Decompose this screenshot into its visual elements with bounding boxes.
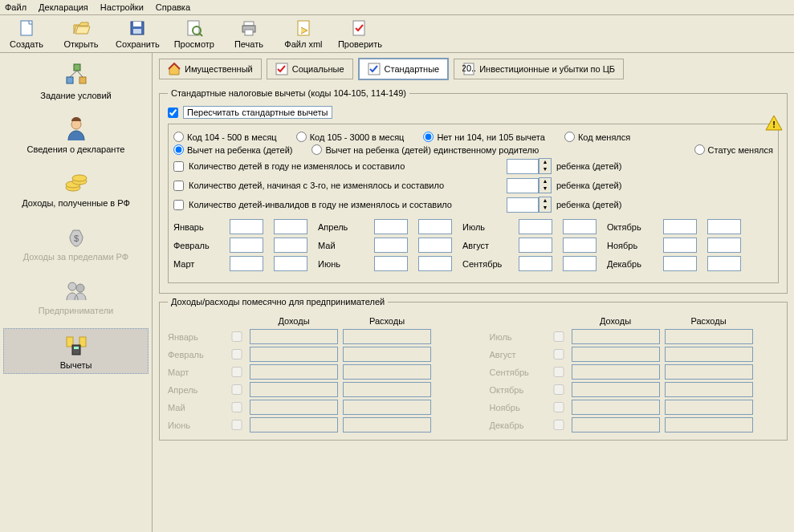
create-button[interactable]: Создать: [6, 18, 47, 49]
menu-help[interactable]: Справка: [156, 2, 190, 12]
ie-dec-chk: [551, 420, 567, 430]
print-button[interactable]: Печать: [229, 18, 269, 49]
menu-declaration[interactable]: Декларация: [39, 2, 88, 12]
jul-1[interactable]: [519, 219, 552, 234]
ie-nov-chk: [551, 402, 567, 412]
radio-single-parent[interactable]: Вычет на ребенка (детей) единственному р…: [311, 144, 539, 155]
ie-nov-inc: [572, 400, 660, 415]
may-1[interactable]: [374, 238, 408, 253]
ie-jan-inc: [250, 329, 338, 344]
apr-1[interactable]: [374, 219, 408, 234]
ie-nov-exp: [665, 400, 753, 415]
ie-mar-exp: [343, 364, 431, 380]
ie-oct-inc: [572, 382, 660, 397]
radio-code105[interactable]: Код 105 - 3000 в месяц: [296, 132, 405, 142]
dec-1[interactable]: [663, 256, 697, 271]
children-count-2-checkbox[interactable]: [173, 181, 184, 191]
ie-aug-chk: [551, 349, 567, 359]
tab-social[interactable]: Социальные: [267, 59, 353, 79]
document-small-icon: 20..: [462, 63, 475, 75]
feb-2[interactable]: [274, 238, 307, 253]
ie-apr-inc: [250, 382, 338, 397]
sidebar-item-income-abroad[interactable]: $ Доходы за пределами РФ: [3, 221, 149, 265]
ie-feb-chk: [229, 349, 245, 359]
menu-file[interactable]: Файл: [5, 2, 26, 12]
nov-2[interactable]: [707, 238, 741, 253]
spinner-1[interactable]: ▲▼: [539, 158, 552, 174]
ie-sep-chk: [551, 367, 567, 377]
children-count-2-input[interactable]: [507, 178, 539, 193]
standard-deductions-fieldset: Стандартные налоговые вычеты (коды 104-1…: [159, 88, 788, 294]
sidebar-item-deductions[interactable]: Вычеты: [3, 328, 149, 374]
svg-line-6: [199, 33, 202, 36]
tab-standard[interactable]: Стандартные: [358, 58, 450, 80]
ie-feb-inc: [250, 347, 338, 362]
svg-text:!: !: [772, 120, 776, 129]
children-count-1-checkbox[interactable]: [173, 161, 184, 172]
calculator-icon: [63, 332, 89, 358]
sep-1[interactable]: [519, 256, 552, 271]
content-area: Имущественный Социальные Стандартные 20.…: [153, 53, 794, 532]
menu-settings[interactable]: Настройки: [100, 2, 144, 12]
fs1-legend: Стандартные налоговые вычеты (коды 104-1…: [168, 88, 409, 98]
save-button[interactable]: Сохранить: [116, 18, 160, 49]
svg-point-24: [76, 284, 84, 292]
aug-1[interactable]: [519, 238, 552, 253]
svg-rect-11: [353, 21, 364, 35]
tab-property[interactable]: Имущественный: [159, 59, 262, 79]
aug-2[interactable]: [563, 238, 597, 253]
svg-line-16: [77, 71, 83, 77]
svg-rect-28: [74, 347, 79, 349]
oct-2[interactable]: [707, 219, 741, 234]
spinner-3[interactable]: ▲▼: [539, 197, 552, 213]
svg-rect-13: [67, 77, 73, 83]
svg-rect-9: [245, 30, 253, 35]
ie-apr-chk: [229, 384, 245, 395]
ie-may-chk: [229, 402, 245, 412]
sidebar-item-income-rf[interactable]: Доходы, полученные в РФ: [3, 167, 149, 211]
ie-sep-inc: [572, 364, 660, 380]
money-bag-icon: $: [63, 224, 89, 250]
mar-1[interactable]: [230, 256, 263, 271]
apr-2[interactable]: [418, 219, 452, 234]
feb-1[interactable]: [230, 238, 263, 253]
recalc-checkbox-row[interactable]: Пересчитать стандартные вычеты: [168, 106, 779, 119]
dec-2[interactable]: [707, 256, 741, 271]
children-count-3-checkbox[interactable]: [173, 200, 184, 210]
open-button[interactable]: Открыть: [61, 18, 101, 49]
children-count-3-input[interactable]: [507, 197, 539, 213]
recalc-checkbox[interactable]: [168, 108, 178, 118]
nov-1[interactable]: [663, 238, 697, 253]
printer-icon: [239, 18, 259, 38]
xml-button[interactable]: Файл xml: [283, 18, 324, 49]
radio-no-code[interactable]: Нет ни 104, ни 105 вычета: [423, 132, 544, 142]
svg-rect-3: [133, 29, 141, 34]
oct-1[interactable]: [663, 219, 697, 234]
jan-2[interactable]: [274, 219, 307, 234]
radio-code104[interactable]: Код 104 - 500 в месяц: [173, 132, 277, 142]
may-2[interactable]: [418, 238, 452, 253]
jun-2[interactable]: [418, 256, 452, 271]
jan-1[interactable]: [230, 219, 263, 234]
tab-invest[interactable]: 20.. Инвестиционные и убытки по ЦБ: [454, 59, 624, 79]
sidebar-item-entrepreneurs[interactable]: Предприниматели: [3, 274, 149, 319]
sidebar-item-conditions[interactable]: Задание условий: [3, 59, 149, 104]
svg-rect-0: [21, 21, 32, 35]
mar-2[interactable]: [274, 256, 307, 271]
radio-code-changed[interactable]: Код менялся: [564, 132, 630, 142]
check-button[interactable]: Проверить: [338, 18, 382, 49]
sidebar-item-declarant[interactable]: Сведения о декларанте: [3, 113, 149, 157]
menubar: Файл Декларация Настройки Справка: [0, 0, 794, 15]
children-count-1-input[interactable]: [507, 159, 539, 174]
radio-status-changed[interactable]: Статус менялся: [694, 144, 773, 155]
preview-button[interactable]: Просмотр: [174, 18, 214, 49]
jun-1[interactable]: [374, 256, 408, 271]
ie-aug-inc: [572, 347, 660, 362]
svg-rect-12: [74, 64, 80, 71]
children-count-row-1: Количество детей в году не изменялось и …: [173, 158, 773, 174]
ie-jul-chk: [551, 331, 567, 342]
radio-child-deduction[interactable]: Вычет на ребенка (детей): [173, 144, 292, 155]
sep-2[interactable]: [563, 256, 597, 271]
jul-2[interactable]: [563, 219, 597, 234]
spinner-2[interactable]: ▲▼: [539, 177, 552, 193]
